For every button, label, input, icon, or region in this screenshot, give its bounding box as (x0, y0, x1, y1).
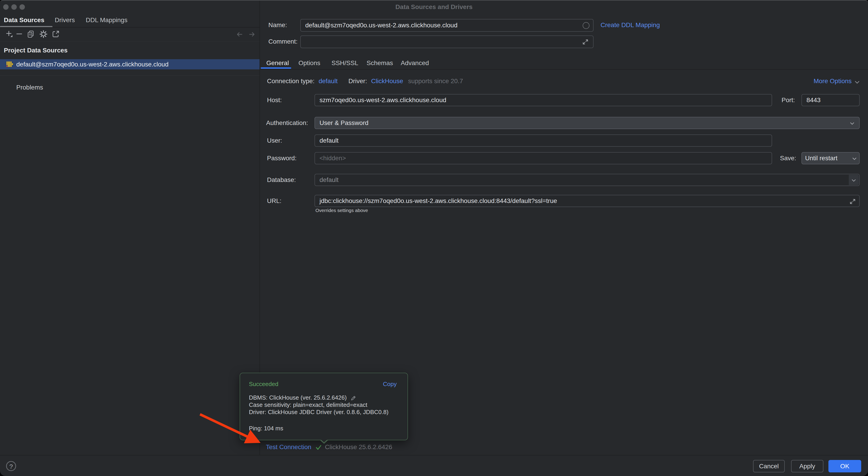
tab-schemas[interactable]: Schemas (367, 59, 393, 67)
list-item-label: default@szm7oqed0o.us-west-2.aws.clickho… (16, 59, 168, 69)
url-input[interactable]: jdbc:clickhouse://szm7oqed0o.us-west-2.a… (314, 195, 860, 207)
authentication-label: Authentication: (266, 118, 308, 128)
chevron-down-icon (855, 81, 859, 83)
popup-status: Succeeded (249, 381, 278, 387)
more-options-link[interactable]: More Options (813, 77, 859, 87)
port-label: Port: (781, 96, 795, 105)
host-input[interactable] (314, 94, 772, 106)
driver-value-link[interactable]: ClickHouse (371, 77, 403, 84)
database-dropdown-button[interactable] (849, 175, 859, 185)
chevron-down-icon (850, 122, 854, 125)
tab-ddl-mappings[interactable]: DDL Mappings (86, 15, 127, 25)
clickhouse-icon (6, 61, 13, 68)
connection-status-text: ClickHouse 25.6.2.6426 (325, 443, 392, 451)
comment-input[interactable] (300, 35, 593, 48)
copy-link[interactable]: Copy (383, 381, 397, 387)
popup-driver-line: Driver: ClickHouse JDBC Driver (ver. 0.8… (249, 408, 389, 416)
ok-button[interactable]: OK (828, 460, 861, 472)
url-label: URL: (267, 196, 281, 205)
cancel-button[interactable]: Cancel (753, 460, 785, 472)
window-title: Data Sources and Drivers (0, 3, 868, 11)
password-label: Password: (267, 154, 297, 163)
connection-type-value[interactable]: default (319, 77, 338, 84)
save-select[interactable]: Until restart (802, 152, 860, 164)
popup-dbms-line: DBMS: ClickHouse (ver. 25.6.2.6426) (249, 394, 356, 401)
pencil-icon[interactable] (350, 395, 356, 401)
tab-drivers[interactable]: Drivers (55, 15, 75, 25)
create-ddl-mapping-link[interactable]: Create DDL Mapping (600, 21, 660, 30)
name-input[interactable] (300, 19, 593, 32)
apply-button[interactable]: Apply (791, 460, 824, 472)
driver-note: supports since 20.7 (408, 77, 463, 84)
more-options-label: More Options (813, 77, 851, 84)
problems-node[interactable]: Problems (16, 83, 43, 92)
connection-type-label: Connection type: (267, 77, 314, 84)
add-icon[interactable] (5, 30, 13, 38)
expand-icon[interactable] (582, 38, 589, 45)
tab-data-sources[interactable]: Data Sources (4, 15, 44, 25)
remove-icon[interactable] (16, 30, 24, 38)
database-label: Database: (267, 175, 296, 184)
data-sources-dialog: Data Sources and Drivers Data Sources Dr… (0, 0, 868, 476)
url-note: Overrides settings above (315, 208, 368, 213)
open-ddl-in-editor-icon[interactable] (52, 30, 60, 38)
chevron-down-icon (852, 179, 856, 182)
url-value: jdbc:clickhouse://szm7oqed0o.us-west-2.a… (319, 197, 557, 204)
tab-general[interactable]: General (266, 59, 289, 67)
annotation-arrow (192, 405, 269, 450)
expand-icon[interactable] (849, 198, 856, 205)
authentication-select[interactable]: User & Password (314, 117, 860, 129)
host-label: Host: (267, 96, 282, 105)
help-button[interactable]: ? (6, 461, 16, 471)
check-icon (315, 444, 322, 451)
user-label: User: (267, 136, 282, 145)
section-title: Project Data Sources (4, 47, 68, 54)
tab-advanced[interactable]: Advanced (401, 59, 429, 67)
password-input[interactable] (314, 152, 772, 164)
forward-icon[interactable] (248, 31, 256, 38)
authentication-value: User & Password (319, 120, 368, 127)
chevron-down-icon (852, 158, 857, 160)
database-value: default (319, 176, 339, 183)
settings-gear-icon[interactable] (39, 30, 48, 38)
duplicate-icon[interactable] (27, 30, 35, 38)
database-combobox[interactable]: default (314, 174, 860, 186)
save-value: Until restart (805, 155, 837, 162)
tab-ssh-ssl[interactable]: SSH/SSL (332, 59, 358, 67)
back-icon[interactable] (236, 31, 244, 38)
tab-underline (261, 67, 291, 69)
comment-label: Comment: (268, 37, 298, 46)
user-input[interactable] (314, 134, 772, 147)
tab-options[interactable]: Options (299, 59, 320, 67)
driver-label: Driver: (348, 77, 367, 84)
name-refresh-circle-icon (583, 22, 589, 29)
save-label: Save: (780, 154, 796, 163)
test-connection-link[interactable]: Test Connection (266, 443, 311, 451)
name-label: Name: (268, 21, 287, 30)
list-item-datasource[interactable]: default@szm7oqed0o.us-west-2.aws.clickho… (0, 59, 260, 69)
port-input[interactable] (802, 94, 860, 106)
